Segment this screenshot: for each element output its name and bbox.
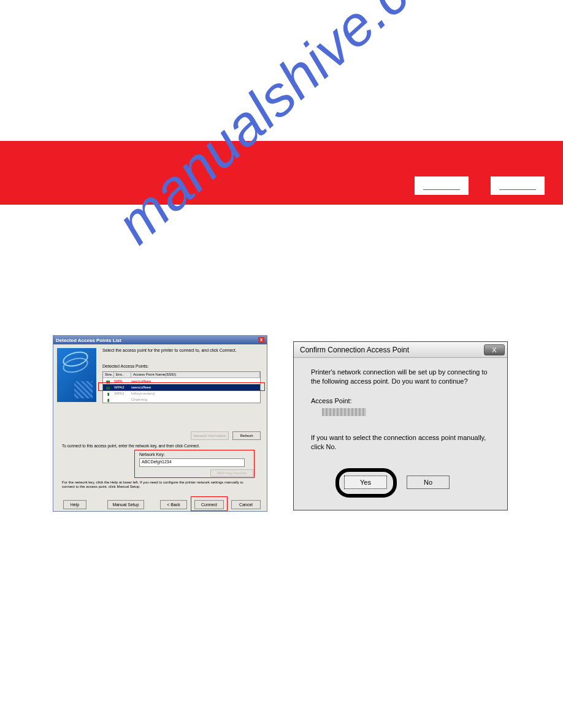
list-header: Stre.. Enc.. Access Point Name(SSID) [103,372,260,378]
header-nav-button-1[interactable] [415,176,469,195]
col-strength: Stre.. [103,372,114,377]
access-point-label: Access Point: [294,386,507,404]
close-icon[interactable]: X [484,344,505,355]
list-item[interactable]: ▮▮ WPA seescoffeee [103,378,260,384]
signal-icon: ▮▮ [103,379,113,384]
dialog-titlebar: Confirm Connection Access Point X [294,342,507,358]
network-key-label: Network Key: [139,452,165,457]
signal-icon: ▮▮ [103,385,113,390]
connect-button[interactable]: Connect [194,500,224,509]
help-note: For the network key, click the Help at l… [62,480,252,489]
manual-setup-button[interactable]: Manual Setup [107,500,144,509]
refresh-button[interactable]: Refresh [232,431,261,440]
col-ssid: Access Point Name(SSID) [131,372,260,377]
wep-key-button: WEP Key Number [210,469,253,477]
signal-icon: ▮ [103,392,113,396]
watermark-text: manualshive.com [104,0,480,256]
detected-access-points-dialog: Detected Access Points List X Select the… [53,335,267,512]
manual-select-note: If you want to select the connection acc… [294,416,507,452]
confirm-connection-dialog: Confirm Connection Access Point X Printe… [293,341,508,510]
header-band [0,141,563,205]
confirm-message: Printer's network connection will be set… [294,358,507,386]
list-item[interactable]: ▮ Charming [103,396,260,403]
list-label: Detected Access Points: [102,364,148,368]
signal-icon: ▮ [103,398,113,402]
cancel-button[interactable]: Cancel [231,500,261,509]
network-info-button: Network Information [191,431,229,440]
instruction-text: Select the access point for the printer … [102,348,237,352]
list-item[interactable]: ▮ WPA2 linksys-extend [103,390,260,396]
col-encryption: Enc.. [114,372,131,377]
wireless-illustration [57,348,96,402]
help-button[interactable]: Help [63,500,86,509]
dialog-title: Confirm Connection Access Point [300,346,409,354]
connect-instruction: To connect to this access point, enter t… [62,444,200,448]
no-button[interactable]: No [407,476,450,489]
network-key-input[interactable]: ABCDefgh1234 [139,458,245,467]
yes-button[interactable]: Yes [344,476,387,489]
dialog-title: Detected Access Points List [56,338,121,343]
list-item-selected[interactable]: ▮▮ WPA2 seescoffeee [103,384,260,390]
dialog-titlebar: Detected Access Points List X [53,336,267,344]
back-button[interactable]: < Back [160,500,187,509]
close-icon[interactable]: X [258,337,264,343]
access-points-list[interactable]: Stre.. Enc.. Access Point Name(SSID) ▮▮ … [102,371,261,403]
access-point-value-redacted [322,408,366,416]
header-nav-button-2[interactable] [491,176,545,195]
